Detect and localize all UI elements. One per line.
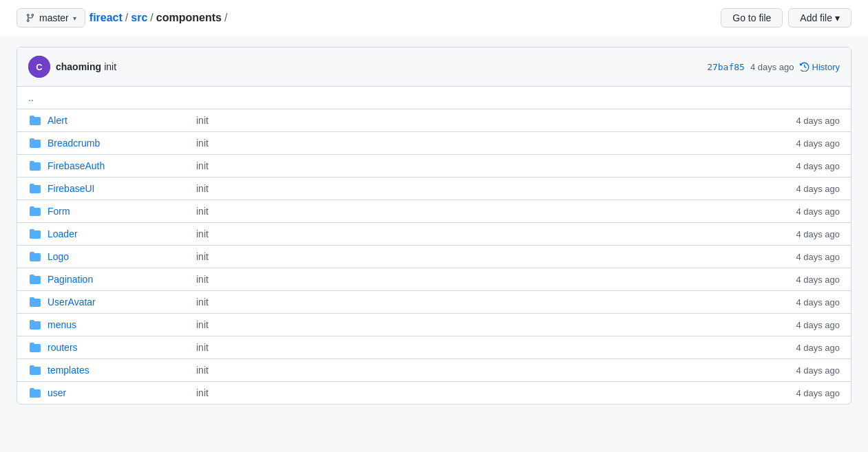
file-commit-msg: init [185,274,771,285]
breadcrumb: fireact / src / components / [89,12,228,24]
top-bar: master ▾ fireact / src / components / Go… [0,0,868,36]
add-file-chevron: ▾ [835,12,840,23]
commit-time: 4 days ago [750,62,794,72]
file-commit-msg: init [185,365,771,376]
file-name[interactable]: routers [47,342,185,353]
file-name[interactable]: Logo [47,251,185,262]
file-time: 4 days ago [771,116,840,126]
file-name[interactable]: FirebaseAuth [47,160,185,171]
file-time: 4 days ago [771,229,840,239]
breadcrumb-src[interactable]: src [131,12,147,24]
table-row: Breadcrumb init 4 days ago [17,132,851,155]
file-name[interactable]: user [47,387,185,398]
table-row: Pagination init 4 days ago [17,268,851,291]
history-label: History [812,62,840,72]
file-name[interactable]: menus [47,319,185,330]
file-time: 4 days ago [771,388,840,398]
svg-text:C: C [36,62,43,72]
table-row: Alert init 4 days ago [17,109,851,132]
file-commit-msg: init [185,138,771,149]
add-file-label: Add file [800,12,832,23]
table-row: routers init 4 days ago [17,336,851,359]
file-name[interactable]: FirebaseUI [47,183,185,194]
file-name[interactable]: templates [47,365,185,376]
file-time: 4 days ago [771,184,840,194]
table-row: templates init 4 days ago [17,359,851,382]
file-time: 4 days ago [771,138,840,149]
breadcrumb-current: components [156,12,222,24]
file-name[interactable]: UserAvatar [47,297,185,308]
file-commit-msg: init [185,183,771,194]
file-commit-msg: init [185,319,771,330]
breadcrumb-sep1: / [125,12,128,24]
history-link[interactable]: History [800,62,840,72]
file-time: 4 days ago [771,365,840,376]
file-time: 4 days ago [771,252,840,262]
file-commit-msg: init [185,228,771,239]
table-row: menus init 4 days ago [17,314,851,336]
go-to-file-button[interactable]: Go to file [721,8,783,28]
commit-message: init [104,61,116,72]
breadcrumb-repo[interactable]: fireact [89,12,123,24]
parent-dir-label: .. [28,92,34,103]
file-commit-msg: init [185,342,771,353]
file-commit-msg: init [185,115,771,126]
top-actions: Go to file Add file ▾ [721,8,851,28]
table-row: Loader init 4 days ago [17,223,851,246]
file-browser: C chaoming init 27baf85 4 days ago Histo… [17,47,851,405]
file-time: 4 days ago [771,320,840,330]
branch-icon [25,13,35,23]
file-commit-msg: init [185,297,771,308]
file-name[interactable]: Pagination [47,274,185,285]
parent-dir-row[interactable]: .. [17,87,851,109]
commit-meta: 27baf85 4 days ago History [707,62,840,72]
commit-author[interactable]: chaoming [56,61,101,72]
file-commit-msg: init [185,387,771,398]
branch-label: master [39,12,69,23]
table-row: FirebaseUI init 4 days ago [17,177,851,200]
file-list: Alert init 4 days ago Breadcrumb init 4 … [17,109,851,404]
file-name[interactable]: Form [47,206,185,217]
add-file-button[interactable]: Add file ▾ [788,8,851,28]
file-commit-msg: init [185,160,771,171]
breadcrumb-sep2: / [150,12,153,24]
breadcrumb-area: master ▾ fireact / src / components / [17,8,227,28]
file-name[interactable]: Loader [47,228,185,239]
file-time: 4 days ago [771,206,840,217]
table-row: UserAvatar init 4 days ago [17,291,851,314]
table-row: Logo init 4 days ago [17,246,851,268]
commit-hash[interactable]: 27baf85 [707,62,745,72]
table-row: FirebaseAuth init 4 days ago [17,155,851,177]
breadcrumb-sep3: / [224,12,227,24]
table-row: user init 4 days ago [17,382,851,404]
file-name[interactable]: Breadcrumb [47,138,185,149]
file-commit-msg: init [185,251,771,262]
file-time: 4 days ago [771,297,840,308]
file-time: 4 days ago [771,161,840,171]
file-time: 4 days ago [771,275,840,285]
table-row: Form init 4 days ago [17,200,851,223]
commit-header: C chaoming init 27baf85 4 days ago Histo… [17,47,851,87]
file-commit-msg: init [185,206,771,217]
branch-selector[interactable]: master ▾ [17,8,85,28]
avatar: C [28,56,50,78]
history-icon [800,62,809,72]
file-name[interactable]: Alert [47,115,185,126]
branch-chevron: ▾ [73,14,76,22]
file-time: 4 days ago [771,343,840,353]
